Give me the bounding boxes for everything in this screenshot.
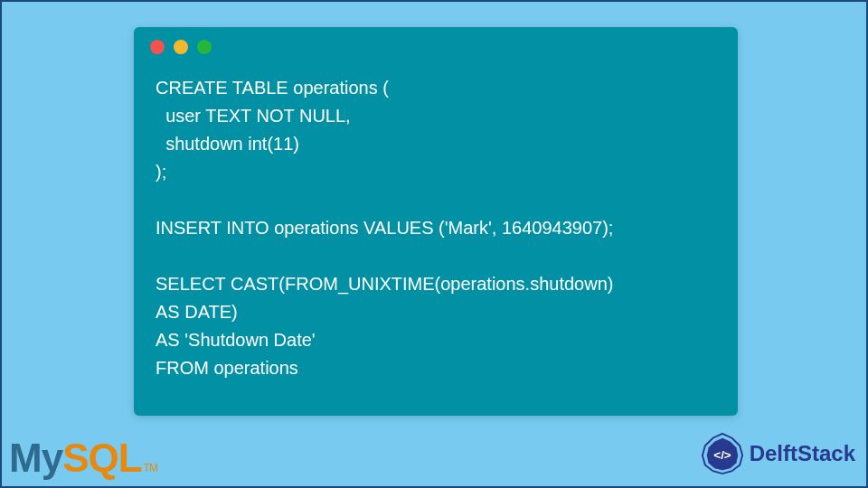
delftstack-brand: </> DelftStack <box>701 432 855 475</box>
mysql-logo-my: My <box>9 436 62 480</box>
close-icon <box>150 40 165 54</box>
window-traffic-lights <box>134 40 738 67</box>
code-content: CREATE TABLE operations ( user TEXT NOT … <box>134 67 738 400</box>
delftstack-icon: </> <box>701 432 744 475</box>
maximize-icon <box>197 40 212 54</box>
mysql-logo-tm: TM <box>144 462 157 474</box>
mysql-logo: MySQLTM <box>9 436 157 481</box>
code-window: CREATE TABLE operations ( user TEXT NOT … <box>134 27 738 416</box>
mysql-logo-sql: SQL <box>62 436 141 480</box>
svg-text:</>: </> <box>713 448 731 462</box>
minimize-icon <box>174 40 188 54</box>
delftstack-label: DelftStack <box>750 441 855 466</box>
